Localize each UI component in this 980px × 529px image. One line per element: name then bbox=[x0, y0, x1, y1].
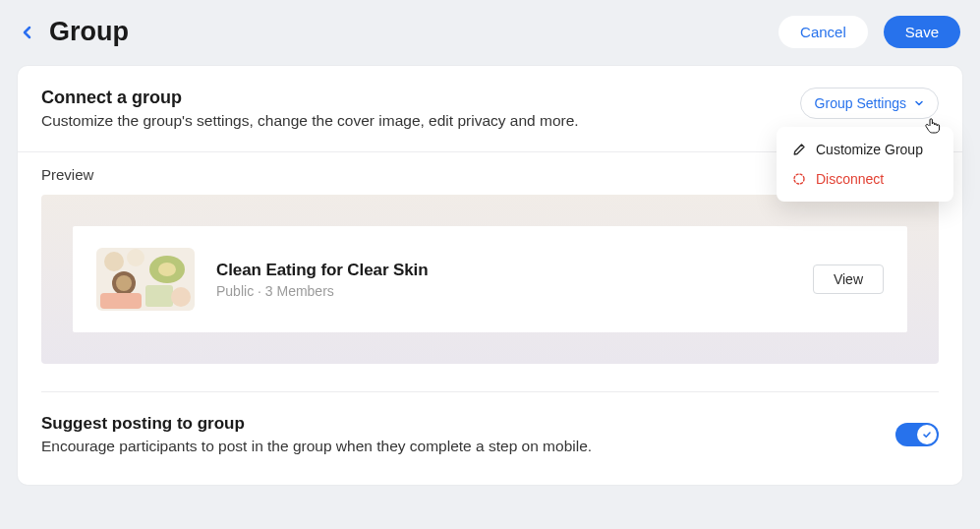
menu-disconnect-label: Disconnect bbox=[816, 171, 884, 187]
group-name: Clean Eating for Clear Skin bbox=[216, 261, 791, 280]
menu-customize-group[interactable]: Customize Group bbox=[777, 135, 953, 164]
connect-title: Connect a group bbox=[41, 88, 579, 108]
group-meta: Public · 3 Members bbox=[216, 283, 791, 299]
group-settings-wrap: Group Settings Customize Group Disconnec… bbox=[800, 88, 939, 119]
toggle-handle bbox=[917, 425, 937, 444]
group-info: Clean Eating for Clear Skin Public · 3 M… bbox=[216, 261, 791, 299]
group-preview-card: Clean Eating for Clear Skin Public · 3 M… bbox=[73, 226, 907, 332]
main-card: Connect a group Customize the group's se… bbox=[18, 66, 962, 485]
svg-point-5 bbox=[158, 263, 176, 276]
header-right: Cancel Save bbox=[778, 16, 960, 48]
back-button[interactable] bbox=[20, 25, 35, 40]
check-icon bbox=[922, 430, 932, 440]
suggest-title: Suggest posting to group bbox=[41, 414, 592, 434]
header-left: Group bbox=[20, 17, 129, 47]
group-cover-image bbox=[96, 248, 195, 311]
group-settings-button[interactable]: Group Settings bbox=[800, 88, 939, 119]
cancel-button[interactable]: Cancel bbox=[778, 16, 868, 48]
save-button[interactable]: Save bbox=[884, 16, 960, 48]
suggest-section: Suggest posting to group Encourage parti… bbox=[18, 392, 962, 485]
suggest-toggle[interactable] bbox=[895, 423, 939, 446]
svg-point-3 bbox=[127, 249, 144, 266]
svg-point-2 bbox=[104, 252, 124, 271]
disconnect-icon bbox=[792, 172, 806, 186]
suggest-description: Encourage participants to post in the gr… bbox=[41, 438, 592, 455]
svg-rect-8 bbox=[100, 293, 142, 309]
svg-rect-9 bbox=[145, 285, 173, 307]
svg-point-0 bbox=[794, 174, 804, 184]
connect-description: Customize the group's settings, change t… bbox=[41, 112, 579, 130]
menu-customize-label: Customize Group bbox=[816, 142, 923, 157]
group-settings-dropdown: Customize Group Disconnect bbox=[777, 127, 953, 202]
chevron-left-icon bbox=[22, 26, 33, 39]
page-title: Group bbox=[49, 17, 129, 47]
connect-text: Connect a group Customize the group's se… bbox=[41, 88, 579, 130]
svg-point-10 bbox=[171, 287, 191, 307]
svg-point-7 bbox=[116, 275, 132, 291]
pencil-icon bbox=[792, 143, 806, 156]
page-header: Group Cancel Save bbox=[18, 10, 962, 66]
chevron-down-icon bbox=[914, 98, 924, 108]
preview-area: Clean Eating for Clear Skin Public · 3 M… bbox=[41, 195, 939, 364]
group-settings-label: Group Settings bbox=[815, 95, 906, 111]
suggest-text: Suggest posting to group Encourage parti… bbox=[41, 414, 592, 455]
view-button[interactable]: View bbox=[813, 264, 884, 294]
menu-disconnect[interactable]: Disconnect bbox=[777, 164, 953, 194]
connect-section: Connect a group Customize the group's se… bbox=[18, 66, 962, 151]
